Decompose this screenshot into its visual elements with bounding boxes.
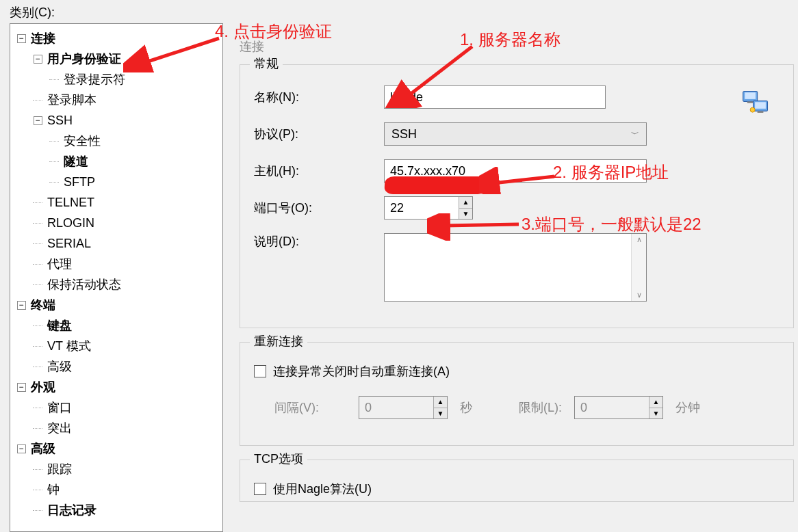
tree-item-highlight[interactable]: 突出 [46, 420, 73, 436]
auto-reconnect-checkbox[interactable] [254, 365, 266, 377]
group-reconnect-legend: 重新连接 [250, 333, 307, 349]
tree-item-keepalive[interactable]: 保持活动状态 [46, 276, 123, 293]
limit-input[interactable] [575, 397, 649, 418]
label-protocol: 协议(P): [254, 126, 384, 142]
tree-item-trace[interactable]: 跟踪 [46, 461, 73, 477]
category-tree-panel: −连接 −用户身份验证 登录提示符 登录脚本 −SSH [10, 23, 223, 532]
host-input[interactable] [384, 159, 647, 183]
chevron-down-icon: ﹀ [631, 129, 639, 140]
limit-spinbox[interactable]: ▲▼ [574, 396, 663, 419]
tree-item-user-auth[interactable]: 用户身份验证 [46, 51, 123, 67]
svg-rect-5 [758, 111, 764, 113]
label-desc: 说明(D): [254, 233, 384, 250]
tree-item-vt-mode[interactable]: VT 模式 [46, 338, 92, 354]
tree-toggle-auth[interactable]: − [34, 55, 42, 64]
tree-item-appearance[interactable]: 外观 [29, 379, 57, 395]
tree-item-ssh[interactable]: SSH [46, 114, 74, 128]
nagle-label: 使用Nagle算法(U) [273, 481, 372, 497]
tree-item-serial[interactable]: SERIAL [46, 237, 92, 251]
label-limit: 限制(L): [519, 399, 562, 416]
group-tcp-legend: TCP选项 [250, 451, 307, 467]
tree-toggle-terminal[interactable]: − [17, 301, 26, 310]
tree-item-advanced-terminal[interactable]: 高级 [46, 358, 73, 375]
group-reconnect: 重新连接 连接异常关闭时自动重新连接(A) 间隔(V): ▲▼ 秒 限制(L): [240, 342, 794, 446]
panel-title: 连接 [235, 23, 798, 60]
tree-toggle-advanced[interactable]: − [17, 444, 26, 453]
interval-spinbox[interactable]: ▲▼ [359, 396, 448, 419]
tree-toggle-appearance[interactable]: − [17, 383, 26, 392]
limit-down[interactable]: ▼ [649, 408, 662, 419]
tree-item-security[interactable]: 安全性 [62, 133, 102, 149]
tree-item-connection[interactable]: 连接 [29, 30, 57, 46]
description-textarea[interactable]: ∧∨ [384, 233, 647, 302]
port-up[interactable]: ▲ [459, 197, 472, 209]
label-port: 端口号(O): [254, 200, 384, 216]
svg-rect-1 [745, 92, 756, 99]
svg-rect-2 [747, 101, 754, 103]
unit-seconds: 秒 [460, 399, 472, 416]
group-tcp: TCP选项 使用Nagle算法(U) [240, 460, 794, 502]
tree-item-rlogin[interactable]: RLOGIN [46, 216, 96, 230]
tree-toggle-ssh[interactable]: − [34, 116, 42, 125]
tree-item-login-prompt[interactable]: 登录提示符 [62, 71, 127, 88]
category-label: 类别(C): [0, 0, 798, 23]
label-name: 名称(N): [254, 89, 384, 105]
unit-minutes: 分钟 [675, 399, 700, 416]
textarea-scrollbar[interactable]: ∧∨ [631, 234, 646, 301]
category-tree[interactable]: −连接 −用户身份验证 登录提示符 登录脚本 −SSH [13, 28, 220, 520]
tree-item-proxy[interactable]: 代理 [46, 256, 73, 272]
svg-point-6 [750, 107, 755, 112]
label-interval: 间隔(V): [274, 399, 319, 416]
interval-down[interactable]: ▼ [434, 408, 447, 419]
tree-item-clock[interactable]: 钟 [46, 481, 61, 498]
label-host: 主机(H): [254, 163, 384, 179]
port-down[interactable]: ▼ [459, 209, 472, 220]
name-input[interactable] [384, 85, 606, 109]
svg-rect-4 [755, 102, 766, 109]
tree-item-login-script[interactable]: 登录脚本 [46, 92, 98, 108]
protocol-select[interactable]: SSH ﹀ [384, 122, 647, 146]
tree-item-window[interactable]: 窗口 [46, 399, 73, 416]
nagle-checkbox[interactable] [254, 483, 266, 495]
tree-item-log[interactable]: 日志记录 [46, 502, 98, 518]
tree-item-keyboard[interactable]: 键盘 [46, 317, 73, 334]
port-spinbox[interactable]: ▲▼ [384, 196, 473, 220]
tree-item-telnet[interactable]: TELNET [46, 196, 96, 210]
port-input[interactable] [385, 197, 459, 219]
group-general: 常规 名称(N): 协议(P): SSH [240, 64, 794, 328]
tree-item-sftp[interactable]: SFTP [62, 175, 96, 189]
interval-up[interactable]: ▲ [434, 397, 447, 408]
tree-item-advanced[interactable]: 高级 [29, 440, 57, 457]
protocol-value: SSH [391, 127, 417, 142]
interval-input[interactable] [359, 397, 433, 418]
group-general-legend: 常规 [250, 55, 283, 72]
tree-toggle-connection[interactable]: − [17, 34, 26, 43]
tree-item-terminal[interactable]: 终端 [29, 297, 57, 313]
limit-up[interactable]: ▲ [649, 397, 662, 408]
connection-icon [741, 90, 770, 117]
tree-item-tunnel[interactable]: 隧道 [62, 153, 90, 170]
auto-reconnect-label: 连接异常关闭时自动重新连接(A) [273, 363, 450, 380]
